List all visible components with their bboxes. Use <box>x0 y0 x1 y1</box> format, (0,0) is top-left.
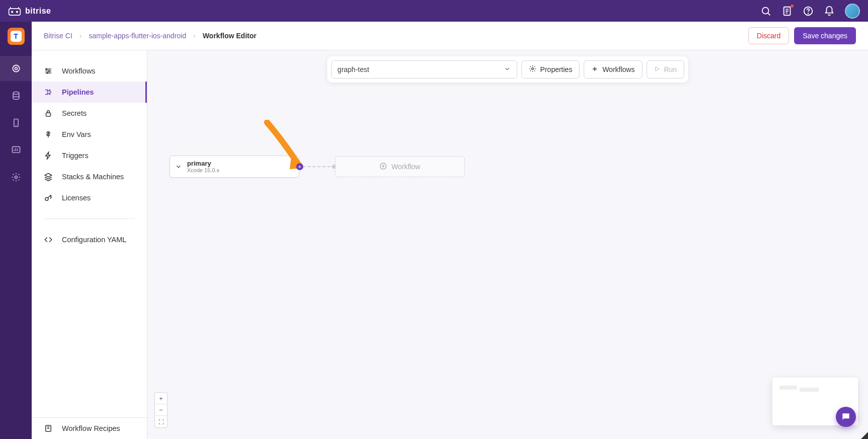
connector-line <box>303 166 335 167</box>
save-button[interactable]: Save changes <box>794 27 856 44</box>
svg-point-19 <box>532 68 534 70</box>
rail-devices[interactable] <box>0 110 32 135</box>
sidebar-item-label: Secrets <box>62 109 86 117</box>
svg-point-8 <box>15 67 17 70</box>
zoom-fit-button[interactable]: ⛶ <box>155 416 167 427</box>
sidebar-item-recipes[interactable]: Workflow Recipes <box>32 418 147 439</box>
button-label: Properties <box>540 65 572 74</box>
button-label: Workflows <box>602 65 635 74</box>
chevron-right-icon: › <box>79 32 82 40</box>
sidebar-item-secrets[interactable]: Secrets <box>32 103 147 124</box>
button-label: Run <box>664 65 677 74</box>
run-button: Run <box>646 60 684 79</box>
chevron-down-icon[interactable] <box>175 163 182 170</box>
svg-rect-0 <box>9 9 21 15</box>
sidebar-item-label: Pipelines <box>62 88 94 96</box>
app-icon[interactable]: T <box>8 28 25 45</box>
divider <box>44 218 135 219</box>
rail-ci[interactable] <box>0 56 32 81</box>
discard-button[interactable]: Discard <box>748 27 789 44</box>
top-header: bitrise <box>0 0 868 22</box>
workflow-selector-value: graph-test <box>337 65 369 74</box>
sidebar-item-label: Stacks & Machines <box>62 173 124 181</box>
svg-point-2 <box>17 11 18 12</box>
sidebar-item-label: Workflow Recipes <box>62 424 120 432</box>
canvas-toolbar: graph-test Properties Workflows Run <box>327 56 688 83</box>
node-title: primary <box>187 160 219 168</box>
placeholder-label: Workflow <box>391 163 420 171</box>
sidebar: Workflows Pipelines Secrets Env Vars Tri… <box>32 50 147 439</box>
dollar-icon <box>44 130 53 139</box>
page-actions: Discard Save changes <box>748 27 856 44</box>
app-rail: T <box>0 22 32 439</box>
workflow-selector[interactable]: graph-test <box>331 60 517 79</box>
sidebar-item-stacks[interactable]: Stacks & Machines <box>32 166 147 187</box>
breadcrumb-app[interactable]: sample-apps-flutter-ios-android <box>89 32 186 40</box>
pipeline-canvas[interactable]: graph-test Properties Workflows Run <box>147 50 868 439</box>
sidebar-item-triggers[interactable]: Triggers <box>32 145 147 166</box>
sidebar-item-workflows[interactable]: Workflows <box>32 60 147 82</box>
gear-icon <box>529 65 536 74</box>
sidebar-item-envvars[interactable]: Env Vars <box>32 124 147 145</box>
svg-point-1 <box>12 11 13 12</box>
chevron-right-icon: › <box>193 32 196 40</box>
header-actions <box>760 4 860 19</box>
svg-point-15 <box>47 72 48 74</box>
key-icon <box>44 193 53 202</box>
layers-icon <box>44 172 53 181</box>
workflows-icon <box>44 66 53 76</box>
svg-point-9 <box>13 92 19 95</box>
sidebar-item-label: Licenses <box>62 194 91 202</box>
breadcrumb-current: Workflow Editor <box>203 32 256 40</box>
rail-cache[interactable] <box>0 83 32 108</box>
resize-handle[interactable] <box>861 432 868 439</box>
bell-icon[interactable] <box>824 6 835 17</box>
lock-icon <box>44 109 53 118</box>
book-icon <box>44 424 53 433</box>
sidebar-item-pipelines[interactable]: Pipelines <box>32 82 147 103</box>
brand-name: bitrise <box>25 7 51 16</box>
breadcrumb: Bitrise CI › sample-apps-flutter-ios-and… <box>44 32 256 40</box>
svg-point-17 <box>45 197 48 200</box>
zoom-out-button[interactable]: − <box>155 404 167 416</box>
zoom-in-button[interactable]: + <box>155 393 167 404</box>
rail-settings[interactable] <box>0 165 32 190</box>
user-avatar[interactable] <box>845 4 860 19</box>
svg-point-14 <box>48 70 49 71</box>
sidebar-item-config-yaml[interactable]: Configuration YAML <box>32 229 147 250</box>
doc-icon[interactable] <box>782 6 793 17</box>
workflows-button[interactable]: Workflows <box>584 60 642 79</box>
sidebar-item-licenses[interactable]: Licenses <box>32 187 147 208</box>
svg-rect-16 <box>46 113 51 116</box>
plus-icon <box>591 65 598 74</box>
play-icon <box>654 65 660 74</box>
svg-point-12 <box>15 176 17 179</box>
pipelines-icon <box>44 88 53 97</box>
svg-point-6 <box>808 13 809 14</box>
svg-point-3 <box>762 7 769 14</box>
node-subtitle: Xcode 15.0.x <box>187 167 219 174</box>
sidebar-item-label: Triggers <box>62 152 89 160</box>
help-icon[interactable] <box>803 6 814 17</box>
breadcrumb-org[interactable]: Bitrise CI <box>44 32 72 40</box>
bitrise-logo-icon <box>8 6 21 16</box>
svg-point-13 <box>46 68 47 69</box>
sidebar-item-label: Workflows <box>62 67 96 75</box>
sidebar-item-label: Env Vars <box>62 130 91 138</box>
zoom-controls: + − ⛶ <box>154 392 167 428</box>
workflow-placeholder-node[interactable]: Workflow <box>335 156 465 177</box>
bolt-icon <box>44 151 53 160</box>
add-connection-button[interactable]: + <box>296 163 303 170</box>
sidebar-item-label: Configuration YAML <box>62 236 126 244</box>
plus-circle-icon <box>379 162 387 172</box>
svg-point-7 <box>13 65 19 71</box>
search-icon[interactable] <box>760 6 771 17</box>
breadcrumb-bar: Bitrise CI › sample-apps-flutter-ios-and… <box>32 22 868 50</box>
chevron-down-icon <box>503 65 510 74</box>
intercom-launcher[interactable] <box>836 407 856 427</box>
logo[interactable]: bitrise <box>8 6 51 16</box>
code-icon <box>44 235 53 244</box>
properties-button[interactable]: Properties <box>521 60 580 79</box>
rail-insights[interactable] <box>0 137 32 163</box>
